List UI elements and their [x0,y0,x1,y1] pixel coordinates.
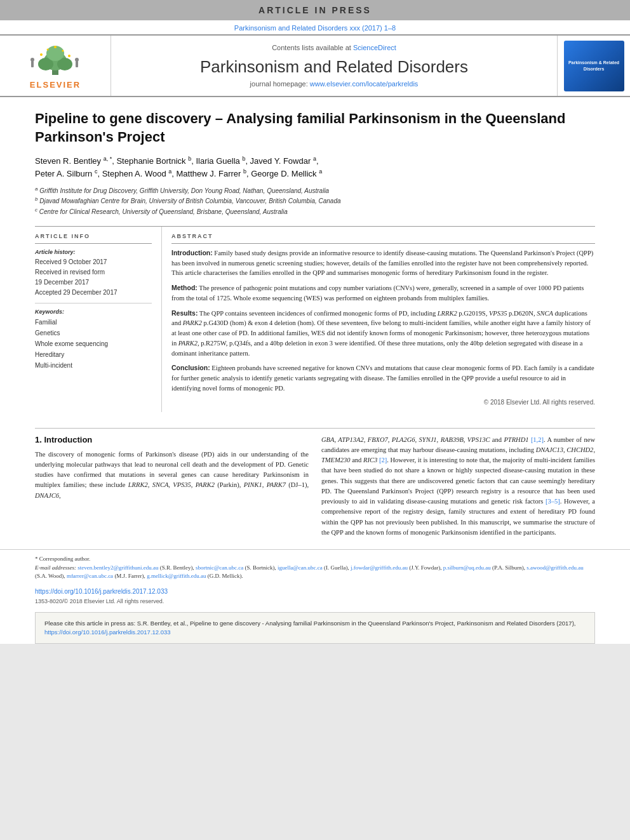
copyright-line: © 2018 Elsevier Ltd. All rights reserved… [171,399,595,406]
received-date: Received 9 October 2017 [35,257,152,267]
email-silburn[interactable]: p.silburn@uq.edu.au [443,564,491,571]
affiliation-b: b Djavad Mowafaghian Centre for Brain, U… [35,196,595,206]
email-farrer[interactable]: mfarrer@can.ubc.ca [67,573,113,579]
abstract-introduction: Introduction: Family based study designs… [171,248,595,278]
main-content: 1. Introduction The discovery of monogen… [0,435,630,543]
email-guella[interactable]: iguella@can.ubc.ca [278,564,323,571]
email-bentley[interactable]: steven.bentley2@griffithuni.edu.au [77,564,158,571]
elsevier-label: ELSEVIER [30,80,81,90]
section-title: 1. Introduction [35,435,309,444]
keywords-list: FamilialGeneticsWhole exome sequencingHe… [35,317,152,371]
article-info-col: ARTICLE INFO Article history: Received 9… [35,227,162,412]
footnote-section: * Corresponding author. E-mail addresses… [0,549,630,581]
elsevier-logo-section: ELSEVIER [0,36,111,96]
homepage-line: journal homepage: www.elsevier.com/locat… [250,80,419,88]
journal-title-header: Parkinsonism and Related Disorders [200,57,468,77]
received-revised-label: Received in revised form [35,267,152,277]
svg-point-6 [68,55,70,57]
abstract-results: Results: The QPP contains seventeen inci… [171,309,595,359]
corresponding-author-label: * Corresponding author. [35,555,595,564]
email-mellick[interactable]: g.mellick@griffith.edu.au [147,573,206,579]
journal-header: ELSEVIER Contents lists available at Sci… [0,34,630,97]
history-label: Article history: [35,249,152,255]
affiliations: a Griffith Institute for Drug Discovery,… [35,185,595,217]
accepted-date: Accepted 29 December 2017 [35,288,152,298]
page-wrapper: ARTICLE IN PRESS Parkinsonism and Relate… [0,0,630,644]
banner-text: ARTICLE IN PRESS [258,5,372,15]
matthew-farrer: Matthew J. Farrer [177,169,241,178]
intro-paragraph-right: GBA, ATP13A2, FBXO7, PLA2G6, SYNJ1, RAB3… [321,435,595,538]
authors-line: Steven R. Bentley a, *, Stephanie Bortni… [35,155,595,180]
parkinsonism-logo-section: Parkinsonism & Related Disorders [557,36,630,96]
abstract-conclusion: Conclusion: Eighteen probands have scree… [171,363,595,393]
article-in-press-banner: ARTICLE IN PRESS [0,0,630,20]
homepage-link[interactable]: www.elsevier.com/locate/parkreldis [310,80,419,88]
email-addresses: E-mail addresses: steven.bentley2@griffi… [35,564,595,581]
parkinsonism-journal-img: Parkinsonism & Related Disorders [564,41,624,91]
bottom-links: https://doi.org/10.1016/j.parkreldis.201… [0,581,630,606]
svg-point-9 [62,50,64,52]
elsevier-tree-icon [23,42,87,77]
ref-2: [2] [379,457,387,463]
science-direct-link[interactable]: ScienceDirect [353,44,396,51]
ref-3-5: [3–5] [546,498,560,505]
abstract-heading: ABSTRACT [171,233,595,239]
abstract-method: Method: The presence of pathogenic point… [171,283,595,303]
svg-rect-12 [76,61,78,67]
affiliation-a: a Griffith Institute for Drug Discovery,… [35,185,595,196]
abstract-col: ABSTRACT Introduction: Family based stud… [162,227,595,412]
received-revised-date: 19 December 2017 [35,277,152,288]
email-bortnick[interactable]: sbortnic@can.ubc.ca [196,564,243,571]
svg-point-11 [30,58,34,62]
citation-box: Please cite this article in press as: S.… [35,612,595,644]
svg-point-8 [47,49,49,51]
doi-link[interactable]: https://doi.org/10.1016/j.parkreldis.201… [35,588,168,595]
citation-doi-link[interactable]: https://doi.org/10.1016/j.parkreldis.201… [44,629,171,636]
ref-1-2: [1,2] [531,436,544,443]
svg-rect-10 [31,61,34,67]
article-info-heading: ARTICLE INFO [35,233,152,239]
two-col-info-abstract: ARTICLE INFO Article history: Received 9… [35,226,595,412]
affiliation-c: c Centre for Clinical Research, Universi… [35,206,595,217]
article-content: Pipeline to gene discovery – Analysing f… [0,97,630,422]
email-fowdar[interactable]: j.fowdar@griffith.edu.au [351,564,408,571]
svg-point-5 [40,53,43,56]
email-wood[interactable]: s.awood@griffith.edu.au [526,564,583,571]
svg-point-7 [54,46,57,48]
intro-right-col: GBA, ATP13A2, FBXO7, PLA2G6, SYNJ1, RAB3… [321,435,595,543]
svg-point-13 [75,58,79,62]
journal-ref-line: Parkinsonism and Related Disorders xxx (… [0,20,630,34]
introduction-col: 1. Introduction The discovery of monogen… [35,435,309,543]
issn-line: 1353-8020/© 2018 Elsevier Ltd. All right… [35,598,595,604]
contents-line: Contents lists available at ScienceDirec… [272,44,396,51]
journal-center: Contents lists available at ScienceDirec… [111,36,557,96]
keywords-label: Keywords: [35,309,152,315]
journal-ref-text: Parkinsonism and Related Disorders xxx (… [234,24,396,32]
intro-paragraph-1: The discovery of monogenic forms of Park… [35,450,309,501]
citation-text: Please cite this article in press as: S.… [44,619,586,637]
article-title: Pipeline to gene discovery – Analysing f… [35,110,595,146]
